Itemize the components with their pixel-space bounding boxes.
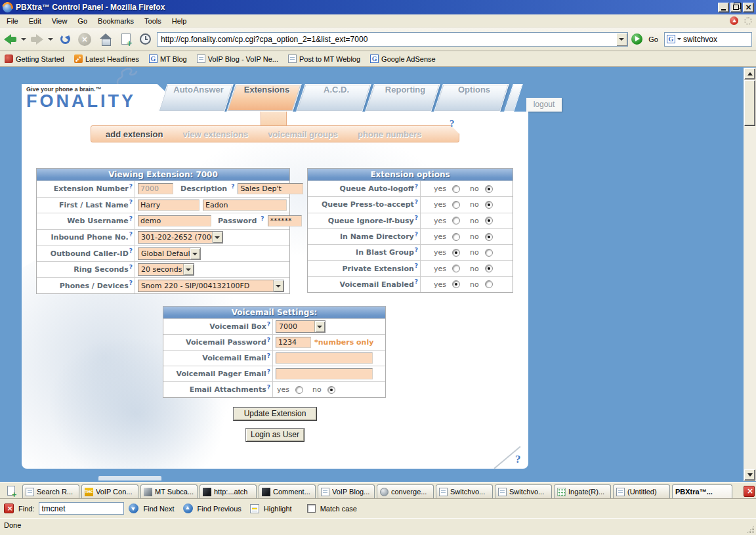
menu-help[interactable]: Help — [167, 16, 192, 26]
home-icon[interactable] — [99, 33, 112, 45]
resize-grip[interactable] — [746, 525, 755, 534]
first-name-input[interactable] — [138, 200, 200, 211]
yes-radio[interactable] — [452, 185, 460, 193]
url-input[interactable] — [158, 35, 616, 44]
find-previous-button[interactable]: Find Previous — [198, 505, 242, 513]
yes-radio[interactable] — [452, 265, 460, 272]
extension-number-input[interactable] — [138, 183, 173, 194]
yes-radio[interactable] — [452, 280, 460, 288]
update-extension-button[interactable]: Update Extension — [233, 407, 317, 421]
web-username-input[interactable] — [138, 215, 211, 226]
description-input[interactable] — [238, 183, 303, 194]
tab-autoanswer[interactable]: AutoAnswer — [158, 84, 234, 112]
no-radio[interactable] — [485, 280, 493, 288]
tab-acd[interactable]: A.C.D. — [296, 84, 371, 112]
tab-extensions[interactable]: Extensions — [226, 84, 302, 112]
no-radio[interactable] — [327, 386, 335, 394]
browser-tab[interactable]: VoIP Blog... — [318, 484, 375, 498]
find-previous-icon[interactable] — [183, 503, 193, 513]
logout-button[interactable]: logout — [526, 98, 562, 112]
browser-tab[interactable]: (Untitled) — [613, 484, 670, 498]
subnav-add-extension[interactable]: add extension — [106, 129, 163, 139]
browser-tab[interactable]: Search R... — [22, 484, 79, 498]
go-button[interactable]: Go — [648, 35, 658, 43]
back-dropdown-icon[interactable] — [21, 38, 26, 41]
yes-radio[interactable] — [452, 233, 460, 241]
last-name-input[interactable] — [203, 200, 287, 211]
no-radio[interactable] — [485, 201, 493, 209]
subnav-view-extensions[interactable]: view extensions — [182, 129, 248, 139]
menu-view[interactable]: View — [47, 16, 73, 26]
no-radio[interactable] — [485, 265, 493, 272]
menu-file[interactable]: File — [1, 16, 24, 26]
close-button[interactable] — [743, 3, 754, 12]
no-radio[interactable] — [485, 185, 493, 193]
web-search-input[interactable] — [683, 35, 749, 44]
menu-bookmarks[interactable]: Bookmarks — [93, 16, 139, 26]
new-page-icon[interactable] — [121, 33, 131, 45]
browser-tab[interactable]: http:...atch — [200, 484, 257, 498]
outbound-callerid-select[interactable]: Global Default — [138, 247, 201, 260]
reload-icon[interactable] — [60, 34, 70, 44]
find-next-icon[interactable] — [129, 503, 138, 513]
yes-radio[interactable] — [452, 217, 460, 225]
menu-tools[interactable]: Tools — [139, 16, 167, 26]
voicemail-box-select[interactable]: 7000 — [276, 320, 326, 333]
scrollbar-thumb[interactable] — [744, 80, 755, 126]
match-case-checkbox[interactable] — [307, 504, 316, 513]
minimize-button[interactable] — [718, 3, 729, 12]
url-dropdown-icon[interactable] — [616, 33, 627, 46]
menu-edit[interactable]: Edit — [24, 16, 47, 26]
subnav-help-icon[interactable]: ? — [450, 118, 455, 129]
no-radio[interactable] — [485, 249, 493, 257]
yes-radio[interactable] — [295, 386, 303, 394]
bookmark-post-mt-weblog[interactable]: Post to MT Weblog — [288, 54, 360, 63]
password-input[interactable] — [268, 215, 302, 226]
page-help-icon[interactable]: ? — [515, 453, 521, 466]
no-radio[interactable] — [485, 233, 493, 241]
voicemail-pager-email-input[interactable] — [276, 368, 373, 379]
search-engine-dropdown-icon[interactable] — [677, 38, 681, 40]
browser-tab[interactable]: Comment... — [259, 484, 316, 498]
tab-reporting[interactable]: Reporting — [365, 84, 440, 112]
voicemail-email-input[interactable] — [276, 353, 373, 364]
yes-radio[interactable] — [452, 201, 460, 209]
bookmark-voip-blog[interactable]: VoIP Blog - VoIP Ne... — [197, 54, 278, 63]
inbound-phone-select[interactable]: 301-202-2652 (7000) — [138, 231, 223, 244]
vertical-scrollbar[interactable] — [744, 68, 756, 481]
subnav-phone-numbers[interactable]: phone numbers — [358, 129, 422, 139]
bookmark-latest-headlines[interactable]: Latest Headlines — [74, 54, 139, 63]
browser-tab[interactable]: MT Subca... — [140, 484, 198, 498]
close-tab-icon[interactable] — [744, 486, 755, 497]
highlight-icon[interactable] — [250, 504, 259, 513]
find-input[interactable] — [39, 502, 124, 515]
scroll-up-icon[interactable] — [744, 68, 755, 79]
forward-dropdown-icon[interactable] — [48, 38, 53, 41]
browser-tab[interactable]: Switchvo... — [436, 484, 493, 498]
highlight-button[interactable]: Highlight — [264, 505, 292, 513]
browser-tab[interactable]: Switchvo... — [495, 484, 552, 498]
bookmark-google-adsense[interactable]: Google AdSense — [370, 54, 436, 63]
tab-options[interactable]: Options — [434, 84, 509, 112]
browser-tab[interactable]: Ingate(R)... — [554, 484, 611, 498]
subnav-voicemail-groups[interactable]: voicemail groups — [268, 129, 338, 139]
new-tab-button[interactable] — [3, 484, 20, 498]
login-as-user-button[interactable]: Login as User — [245, 428, 304, 442]
find-close-icon[interactable] — [4, 503, 14, 513]
back-button[interactable] — [4, 34, 16, 45]
scroll-down-icon[interactable] — [744, 469, 755, 481]
update-notification-icon[interactable] — [730, 16, 738, 25]
restore-button[interactable] — [730, 3, 742, 12]
no-radio[interactable] — [485, 217, 493, 225]
menu-go[interactable]: Go — [72, 16, 93, 26]
voicemail-password-input[interactable] — [276, 337, 311, 348]
browser-tab-active[interactable]: PBXtra™... — [672, 484, 732, 498]
google-search-icon[interactable] — [667, 35, 675, 43]
bookmark-getting-started[interactable]: Getting Started — [5, 54, 64, 63]
browser-tab[interactable]: VoIP Con... — [81, 484, 138, 498]
yes-radio[interactable] — [452, 249, 460, 257]
phones-devices-select[interactable]: Snom 220 - SIP/004132100FD — [138, 280, 284, 292]
history-icon[interactable] — [140, 33, 151, 45]
forward-button[interactable] — [31, 34, 43, 45]
go-icon[interactable] — [631, 33, 642, 45]
